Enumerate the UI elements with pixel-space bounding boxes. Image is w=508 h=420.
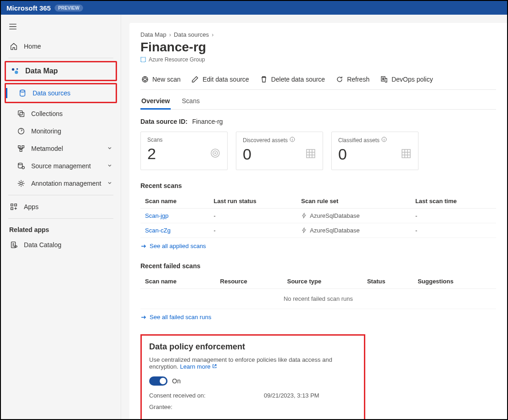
annotation-icon <box>17 179 26 188</box>
cell-ruleset: AzureSqlDatabase <box>301 212 406 219</box>
policy-title: Data policy enforcement <box>149 342 357 352</box>
svg-point-3 <box>20 90 25 92</box>
card-scans-value: 2 <box>147 145 156 163</box>
cell-status: - <box>209 209 297 223</box>
recent-scans-table: Scan name Last run status Scan rule set … <box>140 194 496 238</box>
svg-rect-4 <box>18 111 22 115</box>
nav-apps[interactable]: Apps <box>5 198 117 216</box>
nav-metamodel[interactable]: Metamodel <box>5 140 117 157</box>
chevron-down-icon <box>107 145 112 152</box>
ds-id-label: Data source ID: <box>140 118 188 125</box>
product-title: Microsoft 365 <box>6 4 51 12</box>
breadcrumb-data-map[interactable]: Data Map <box>140 31 166 38</box>
nav-source-management[interactable]: Source management <box>5 157 117 175</box>
table-row: Scan-jgp - AzureSqlDatabase - <box>140 209 496 223</box>
nav-data-catalog[interactable]: Data Catalog <box>5 236 117 254</box>
recent-scans-title: Recent scans <box>140 182 496 189</box>
nav-data-sources[interactable]: Data sources <box>5 83 117 103</box>
svg-point-10 <box>18 163 22 165</box>
delete-label: Delete data source <box>271 76 325 83</box>
grantee-row: Grantee: <box>149 403 357 410</box>
card-discovered-value: 0 <box>243 145 251 163</box>
top-bar: Microsoft 365 PREVIEW <box>1 1 507 15</box>
cell-ruleset: AzureSqlDatabase <box>301 227 406 234</box>
breadcrumb-data-sources[interactable]: Data sources <box>174 31 209 38</box>
nav-metamodel-label: Metamodel <box>31 145 63 152</box>
nav-data-map[interactable]: Data Map <box>5 61 117 81</box>
policy-toggle[interactable] <box>149 376 167 386</box>
svg-point-0 <box>12 68 14 71</box>
hamburger-icon[interactable] <box>6 20 19 33</box>
tab-scans[interactable]: Scans <box>181 94 201 109</box>
svg-point-24 <box>215 153 216 154</box>
breadcrumb: Data Map › Data sources › <box>140 31 496 38</box>
card-scans[interactable]: Scans 2 <box>140 132 228 170</box>
nav-data-catalog-label: Data Catalog <box>24 241 61 249</box>
svg-rect-26 <box>307 149 315 158</box>
grantee-label: Grantee: <box>149 403 264 410</box>
sidebar: Home Data Map Data sources Collections M… <box>1 15 121 419</box>
edit-button[interactable]: Edit data source <box>190 74 250 85</box>
resource-type-label: Azure Resource Group <box>149 56 205 63</box>
toggle-label: On <box>172 377 181 385</box>
cell-last-time: - <box>411 209 496 223</box>
new-scan-button[interactable]: New scan <box>140 74 181 85</box>
scan-link[interactable]: Scan-cZg <box>145 227 171 234</box>
card-scans-title: Scans <box>147 137 221 143</box>
related-apps-label: Related apps <box>5 221 117 236</box>
azure-resource-group-icon <box>140 57 146 62</box>
card-classified[interactable]: Classified assets 0 <box>331 132 419 170</box>
info-icon[interactable] <box>290 137 295 144</box>
divider <box>8 195 113 195</box>
target-icon <box>210 148 221 160</box>
tab-overview[interactable]: Overview <box>140 94 171 109</box>
col-last-time: Last scan time <box>411 194 496 209</box>
card-discovered[interactable]: Discovered assets 0 <box>236 132 323 170</box>
nav-collections-label: Collections <box>31 110 62 117</box>
page-title: Finance-rg <box>140 40 496 55</box>
data-policy-enforcement-box: Data policy enforcement Use centralized … <box>140 334 365 419</box>
empty-row: No recent failed scan runs <box>140 289 496 309</box>
chevron-down-icon <box>107 162 112 170</box>
external-link-icon <box>212 363 217 370</box>
cell-last-time: - <box>411 223 496 238</box>
nav-apps-label: Apps <box>24 203 39 210</box>
learn-more-link[interactable]: Learn more <box>180 363 217 370</box>
svg-rect-14 <box>15 204 17 206</box>
svg-rect-9 <box>20 149 22 152</box>
see-all-failed-link[interactable]: See all failed scan runs <box>140 314 496 321</box>
failed-scans-table: Scan name Resource Source type Status Su… <box>140 274 496 309</box>
nav-annotation-management[interactable]: Annotation management <box>5 175 117 192</box>
svg-point-1 <box>15 71 18 74</box>
see-all-scans-link[interactable]: See all applied scans <box>140 243 496 249</box>
col-suggestions: Suggestions <box>413 274 496 289</box>
data-map-icon <box>11 66 20 76</box>
data-sources-icon <box>18 88 27 98</box>
new-scan-label: New scan <box>152 76 180 83</box>
chevron-down-icon <box>107 180 112 187</box>
nav-home[interactable]: Home <box>5 38 117 55</box>
nav-monitoring[interactable]: Monitoring <box>5 122 117 140</box>
col-resource: Resource <box>216 274 283 289</box>
divider <box>8 58 113 58</box>
chevron-right-icon: › <box>212 31 213 38</box>
svg-rect-7 <box>18 146 21 148</box>
nav-monitoring-label: Monitoring <box>31 127 61 135</box>
nav-source-management-label: Source management <box>31 162 91 170</box>
monitoring-icon <box>17 127 26 136</box>
svg-point-20 <box>144 78 146 81</box>
svg-rect-13 <box>11 204 13 206</box>
delete-button[interactable]: Delete data source <box>259 74 326 85</box>
devops-policy-button[interactable]: DevOps policy <box>380 74 434 85</box>
svg-rect-8 <box>22 146 24 148</box>
nav-collections[interactable]: Collections <box>5 105 117 122</box>
consent-value: 09/21/2023, 3:13 PM <box>264 392 319 399</box>
scan-link[interactable]: Scan-jgp <box>145 212 168 219</box>
resource-type: Azure Resource Group <box>140 56 496 63</box>
tabs: Overview Scans <box>140 90 496 110</box>
ds-id-value: Finance-rg <box>192 118 223 125</box>
refresh-button[interactable]: Refresh <box>335 74 370 85</box>
table-row: Scan-cZg - AzureSqlDatabase - <box>140 223 496 238</box>
col-fstatus: Status <box>363 274 413 289</box>
info-icon[interactable] <box>381 137 387 144</box>
